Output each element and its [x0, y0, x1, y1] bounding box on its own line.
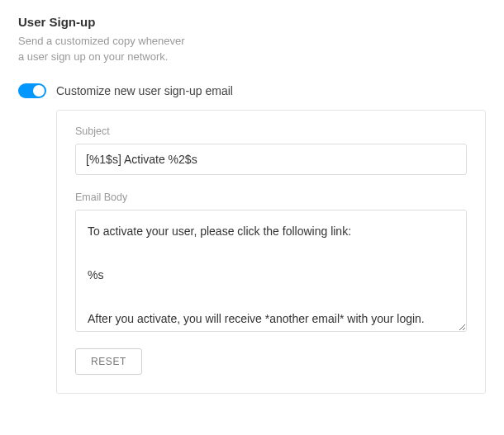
section-description: Send a customized copy whenever a user s… [18, 34, 486, 65]
section-header: User Sign-up Send a customized copy when… [18, 15, 486, 65]
toggle-knob-icon [33, 85, 45, 97]
reset-button[interactable]: RESET [75, 348, 142, 375]
subject-input[interactable] [75, 144, 467, 175]
section-title: User Sign-up [18, 15, 486, 29]
customize-toggle-label: Customize new user sign-up email [56, 84, 233, 97]
email-body-label: Email Body [75, 191, 467, 203]
email-settings-panel: Subject Email Body RESET [56, 110, 486, 394]
customize-toggle[interactable] [18, 83, 46, 98]
subject-label: Subject [75, 125, 467, 137]
email-body-textarea[interactable] [75, 210, 467, 332]
customize-toggle-row: Customize new user sign-up email [18, 83, 486, 98]
